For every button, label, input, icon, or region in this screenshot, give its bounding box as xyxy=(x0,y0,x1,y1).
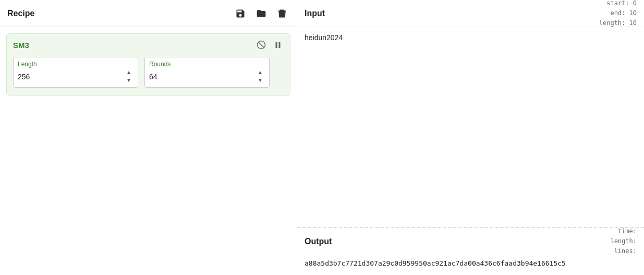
input-section: Input start: 0 end: 10 length: 10 heidun… xyxy=(297,0,644,228)
disable-button[interactable] xyxy=(256,39,267,51)
sm3-block: SM3 xyxy=(6,33,290,95)
input-text: heidun2024 xyxy=(305,33,343,42)
svg-rect-4 xyxy=(279,42,281,48)
recipe-title: Recipe xyxy=(7,9,34,18)
sm3-fields: Length 256 ▲ ▼ Rounds 64 xyxy=(13,57,284,88)
rounds-value-row: 64 ▲ ▼ xyxy=(149,69,265,84)
sm3-header: SM3 xyxy=(13,39,284,51)
recipe-header: Recipe xyxy=(0,0,297,27)
trash-icon xyxy=(277,8,287,19)
rounds-spinner: ▲ ▼ xyxy=(256,69,265,84)
output-section: Output time: length: lines: a88a5d3b7c77… xyxy=(297,228,644,275)
recipe-actions xyxy=(233,6,289,21)
rounds-label: Rounds xyxy=(149,61,265,68)
pause-button[interactable] xyxy=(272,39,284,51)
rounds-decrement[interactable]: ▼ xyxy=(256,77,265,84)
save-icon xyxy=(235,8,246,19)
output-meta-length: length: xyxy=(610,236,637,246)
sm3-controls xyxy=(256,39,284,51)
pause-icon xyxy=(273,40,283,50)
output-meta: time: length: lines: xyxy=(610,226,637,257)
sm3-title: SM3 xyxy=(13,41,29,50)
svg-rect-3 xyxy=(276,42,277,48)
output-text: a88a5d3b7c7721d307a29c0d959950ac921ac7da… xyxy=(305,259,566,267)
delete-button[interactable] xyxy=(275,6,289,21)
input-meta: start: 0 end: 10 length: 10 xyxy=(599,0,637,28)
input-meta-start: start: 0 xyxy=(599,0,637,8)
output-meta-time: time: xyxy=(610,226,637,236)
input-content[interactable]: heidun2024 xyxy=(297,27,644,227)
open-folder-button[interactable] xyxy=(254,6,269,21)
disable-icon xyxy=(257,40,266,50)
recipe-content: SM3 xyxy=(0,27,297,275)
output-title: Output xyxy=(305,237,332,246)
svg-line-2 xyxy=(259,42,264,48)
length-field-box: Length 256 ▲ ▼ xyxy=(13,57,138,88)
output-header: Output time: length: lines: xyxy=(297,228,644,255)
length-decrement[interactable]: ▼ xyxy=(124,77,133,84)
length-increment[interactable]: ▲ xyxy=(124,69,133,76)
right-panel: Input start: 0 end: 10 length: 10 heidun… xyxy=(297,0,644,275)
length-value-row: 256 ▲ ▼ xyxy=(18,69,133,84)
output-content: a88a5d3b7c7721d307a29c0d959950ac921ac7da… xyxy=(297,255,644,271)
rounds-value: 64 xyxy=(149,73,157,81)
length-value: 256 xyxy=(18,73,30,81)
save-button[interactable] xyxy=(233,6,248,21)
length-label: Length xyxy=(18,61,133,68)
folder-icon xyxy=(256,8,266,19)
rounds-increment[interactable]: ▲ xyxy=(256,69,265,76)
length-spinner: ▲ ▼ xyxy=(124,69,133,84)
input-header: Input start: 0 end: 10 length: 10 xyxy=(297,0,644,27)
input-meta-end: end: 10 xyxy=(599,8,637,18)
left-panel: Recipe SM3 xyxy=(0,0,297,275)
input-title: Input xyxy=(305,9,325,18)
rounds-field-box: Rounds 64 ▲ ▼ xyxy=(144,57,270,88)
